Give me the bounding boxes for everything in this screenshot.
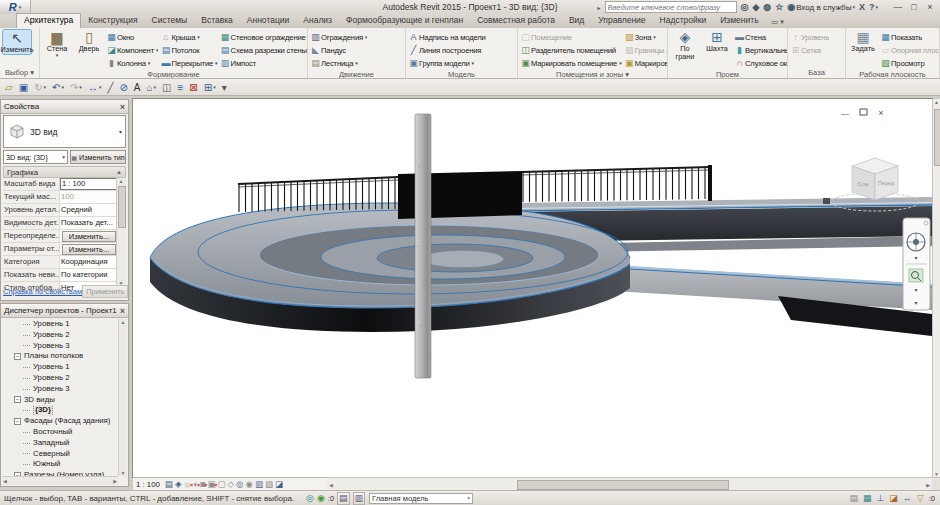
tab-systems[interactable]: Системы bbox=[145, 14, 195, 28]
navbar-more-icon[interactable]: ▾ bbox=[914, 300, 917, 306]
browser-item[interactable]: Уровень 2 bbox=[3, 373, 118, 384]
tree-expander-icon[interactable]: − bbox=[14, 353, 21, 360]
scroll-up-icon[interactable]: ▲ bbox=[117, 178, 125, 184]
select-links-icon[interactable]: ▤ bbox=[849, 493, 858, 503]
worksets-icon[interactable]: ▤ bbox=[337, 492, 350, 505]
room-separator-button[interactable]: ◫Разделитель помещений bbox=[520, 44, 622, 56]
panel-opening-label[interactable]: Проем bbox=[668, 69, 787, 78]
ceiling-button[interactable]: ▤Потолок bbox=[160, 44, 217, 56]
canvas-horizontal-scrollbar[interactable]: ◀ ▶ bbox=[327, 477, 932, 490]
edit-type-button[interactable]: ▦ Изменить тип bbox=[70, 150, 126, 164]
panel-model-label[interactable]: Модель bbox=[406, 69, 517, 78]
show-constraints-icon[interactable]: ◪ bbox=[275, 479, 283, 489]
view-close-icon[interactable]: × bbox=[878, 108, 883, 118]
tab-view[interactable]: Вид bbox=[562, 14, 591, 28]
help-icon[interactable]: ?▾ bbox=[869, 2, 878, 12]
undo-icon[interactable]: ↶▾ bbox=[52, 82, 64, 93]
subscription-center-icon[interactable]: ◈ bbox=[752, 2, 759, 12]
viewer-button[interactable]: ▧Просмотр bbox=[880, 57, 940, 69]
dormer-button[interactable]: ∩Слуховое окно bbox=[734, 57, 788, 69]
browser-item[interactable]: Южный bbox=[3, 459, 118, 470]
panel-workplane-label[interactable]: Рабочая плоскость bbox=[846, 69, 939, 78]
show-crop-region-icon[interactable]: ▢ bbox=[218, 479, 226, 489]
selection-filter-icon[interactable]: ▽ bbox=[917, 493, 924, 503]
favorites-icon[interactable]: ☆ bbox=[775, 2, 783, 12]
browser-item[interactable]: Уровень 1 bbox=[3, 362, 118, 373]
browser-item[interactable]: Северный bbox=[3, 449, 118, 460]
panel-build-label[interactable]: Формирование bbox=[40, 69, 307, 78]
ribbon-display-toggle-icon[interactable]: ▭ ▾ bbox=[772, 18, 784, 26]
property-value[interactable]: Средний bbox=[60, 204, 117, 216]
browser-item[interactable]: Уровень 3 bbox=[3, 341, 118, 352]
text-note-icon[interactable]: A bbox=[134, 82, 141, 93]
tree-expander-icon[interactable]: − bbox=[14, 418, 21, 425]
scroll-up-icon[interactable]: ▲ bbox=[934, 99, 939, 105]
browser-item[interactable]: −Планы потолков bbox=[3, 351, 118, 362]
drawing-area[interactable]: Сле Перед ▾ ▾ bbox=[133, 99, 932, 477]
unlocked-3d-view-icon[interactable]: ◇ bbox=[228, 479, 235, 489]
view-scale-button[interactable]: 1 : 100 bbox=[136, 480, 160, 489]
maximize-button[interactable]: □ bbox=[906, 2, 922, 12]
crop-view-icon[interactable]: ▣× bbox=[208, 479, 216, 489]
browser-item[interactable]: Уровень 3 bbox=[3, 384, 118, 395]
detail-line-icon[interactable]: ╱ bbox=[107, 82, 113, 93]
editable-elements-icon[interactable]: ◉ bbox=[317, 493, 325, 503]
browser-item[interactable]: −3D виды bbox=[3, 395, 118, 406]
browser-item[interactable]: {3D} bbox=[3, 405, 118, 416]
close-browser-icon[interactable]: × bbox=[120, 306, 125, 316]
design-options-icon[interactable]: ▥ bbox=[353, 492, 366, 505]
tag-room-button[interactable]: ▣Маркировать помещение▾ bbox=[520, 57, 622, 69]
door-button[interactable]: ▯Дверь bbox=[74, 29, 104, 53]
modify-button[interactable]: ↖Изменить bbox=[2, 29, 32, 55]
wall-opening-button[interactable]: ▬Стена bbox=[734, 31, 788, 43]
select-pinned-icon[interactable]: ⊥ bbox=[876, 493, 884, 503]
temporary-view-properties-icon[interactable]: ▥ bbox=[255, 479, 263, 489]
application-menu-button[interactable]: R ▾ bbox=[0, 0, 31, 14]
scroll-up-icon[interactable]: ▲ bbox=[121, 319, 126, 325]
property-value[interactable]: По категории bbox=[60, 269, 117, 281]
tab-insert[interactable]: Вставка bbox=[194, 14, 240, 28]
close-hidden-windows-icon[interactable]: ⊠ bbox=[189, 82, 197, 93]
panel-room-area-label[interactable]: Помещения и зоны ▾ bbox=[518, 69, 667, 78]
tab-massing-site[interactable]: Формообразующие и генплан bbox=[339, 14, 470, 28]
properties-help-link[interactable]: Справка по свойствам bbox=[3, 287, 82, 296]
tab-architecture[interactable]: Архитектура bbox=[16, 13, 81, 28]
minimize-button[interactable]: — bbox=[890, 2, 906, 12]
worksharing-icon[interactable]: ◎ bbox=[306, 493, 314, 503]
area-button[interactable]: ▨Зона▾ bbox=[624, 31, 668, 43]
stair-button[interactable]: ▤Лестница▾ bbox=[310, 57, 367, 69]
scroll-right-icon[interactable]: ▶ bbox=[113, 478, 117, 484]
wheel-dropdown-icon[interactable]: ▾ bbox=[914, 255, 917, 261]
default-3d-view-icon[interactable]: ⌂▾ bbox=[146, 82, 156, 93]
select-underlay-icon[interactable]: ▦ bbox=[863, 493, 872, 503]
open-icon[interactable]: ▱ bbox=[5, 82, 13, 93]
canvas-vertical-scrollbar[interactable]: ▲ ▼ bbox=[932, 99, 940, 477]
browser-item[interactable]: Уровень 2 bbox=[3, 330, 118, 341]
browser-item[interactable]: Уровень 1 bbox=[3, 319, 118, 330]
tag-area-button[interactable]: ▣Маркировать зону▾ bbox=[624, 57, 668, 69]
zoom-dropdown-icon[interactable]: ▾ bbox=[914, 287, 917, 293]
rendering-dialog-icon[interactable]: ◙× bbox=[200, 479, 205, 489]
property-value[interactable]: Изменить... bbox=[62, 244, 116, 255]
temporary-hide-isolate-icon[interactable]: ◎ bbox=[236, 479, 243, 489]
steering-wheel-button[interactable] bbox=[907, 233, 925, 251]
panel-circulation-label[interactable]: Движение bbox=[308, 69, 405, 78]
measure-icon[interactable]: ↔▾ bbox=[88, 82, 102, 93]
model-text-button[interactable]: AНадпись на модели bbox=[408, 31, 486, 43]
column-button[interactable]: ▮Колонна▾ bbox=[106, 57, 158, 69]
browser-item[interactable]: Восточный bbox=[3, 427, 118, 438]
signin-icon[interactable]: ◉Вход в службы▾ bbox=[787, 2, 855, 12]
type-selector[interactable]: 3D вид ▾ bbox=[3, 115, 126, 148]
shadows-icon[interactable]: ◐× bbox=[193, 479, 198, 489]
switch-windows-icon[interactable]: ⊞▾ bbox=[204, 82, 216, 93]
ramp-button[interactable]: ◣Пандус bbox=[310, 44, 367, 56]
roof-button[interactable]: ⌂Крыша▾ bbox=[160, 31, 217, 43]
property-value[interactable]: 100 bbox=[60, 191, 117, 203]
communication-center-icon[interactable]: ◍ bbox=[763, 2, 771, 12]
close-button[interactable]: × bbox=[922, 2, 938, 12]
panel-datum-label[interactable]: База bbox=[788, 67, 845, 78]
component-button[interactable]: ◪Компонент▾ bbox=[106, 44, 158, 56]
set-workplane-button[interactable]: ▦Задать bbox=[848, 29, 878, 53]
tab-structure[interactable]: Конструкция bbox=[81, 14, 144, 28]
scrollbar-thumb[interactable] bbox=[934, 109, 940, 166]
